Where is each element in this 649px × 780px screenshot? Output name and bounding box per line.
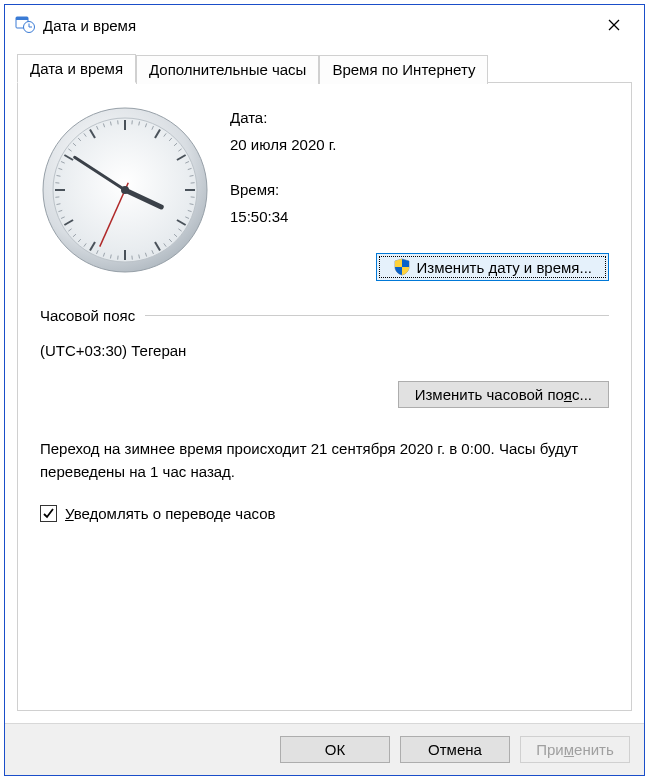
dialog-window: Дата и время Дата и время Дополнительные…	[4, 4, 645, 776]
date-value: 20 июля 2020 г.	[230, 136, 609, 153]
tab-additional-clocks[interactable]: Дополнительные часы	[136, 55, 319, 84]
tabstrip: Дата и время Дополнительные часы Время п…	[5, 45, 644, 82]
cancel-button[interactable]: Отмена	[400, 736, 510, 763]
titlebar: Дата и время	[5, 5, 644, 45]
time-label: Время:	[230, 181, 609, 198]
timezone-value: (UTC+03:30) Тегеран	[40, 342, 609, 359]
tab-internet-time[interactable]: Время по Интернету	[319, 55, 488, 84]
timezone-label: Часовой пояс	[40, 307, 135, 324]
svg-rect-1	[16, 17, 28, 20]
window-title: Дата и время	[43, 17, 592, 34]
change-timezone-button[interactable]: Изменить часовой пояс...	[398, 381, 609, 408]
change-datetime-button[interactable]: Изменить дату и время...	[376, 253, 609, 281]
dialog-footer: ОК Отмена Применить	[5, 723, 644, 775]
date-label: Дата:	[230, 109, 609, 126]
tab-datetime[interactable]: Дата и время	[17, 54, 136, 83]
notify-dst-label[interactable]: Уведомлять о переводе часов	[65, 505, 276, 522]
datetime-icon	[15, 14, 35, 37]
notify-dst-checkbox[interactable]	[40, 505, 57, 522]
apply-button[interactable]: Применить	[520, 736, 630, 763]
analog-clock	[40, 105, 210, 275]
dst-transition-text: Переход на зимнее время происходит 21 се…	[40, 438, 609, 483]
close-button[interactable]	[592, 11, 636, 39]
time-value: 15:50:34	[230, 208, 609, 225]
divider	[145, 315, 609, 316]
tab-panel: Дата: 20 июля 2020 г. Время: 15:50:34	[17, 82, 632, 711]
ok-button[interactable]: ОК	[280, 736, 390, 763]
svg-point-72	[121, 186, 129, 194]
uac-shield-icon	[393, 258, 411, 276]
